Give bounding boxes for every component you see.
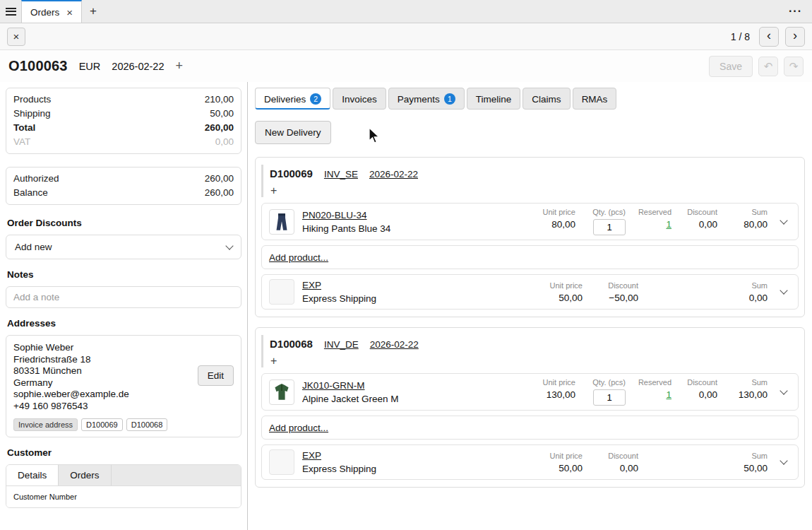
row-expand-icon[interactable] bbox=[777, 461, 791, 464]
product-thumbnail-jacket[interactable] bbox=[269, 379, 294, 405]
order-number: O100063 bbox=[8, 58, 68, 74]
reserved-value-link[interactable]: 1 bbox=[666, 219, 671, 230]
delivery-invoice-link[interactable]: INV_DE bbox=[324, 339, 359, 350]
tab-deliveries[interactable]: Deliveries 2 bbox=[255, 88, 330, 110]
pants-image bbox=[271, 211, 292, 232]
product-row: PN020-BLU-34 Hiking Pants Blue 34 Unit p… bbox=[261, 203, 799, 240]
note-input[interactable] bbox=[6, 286, 241, 308]
qty-label: Qty. (pcs) bbox=[592, 378, 626, 387]
new-delivery-button[interactable]: New Delivery bbox=[255, 121, 331, 144]
sum-label: Sum bbox=[751, 281, 768, 290]
discount-value: 0,00 bbox=[699, 389, 717, 400]
balance-value: 260,00 bbox=[205, 186, 234, 200]
add-product-link[interactable]: Add product... bbox=[269, 423, 328, 433]
product-row: JK010-GRN-M Alpine Jacket Green M Unit p… bbox=[261, 373, 799, 411]
new-tab-button[interactable]: + bbox=[82, 0, 105, 23]
discount-label: Discount bbox=[608, 452, 638, 460]
discount-label: Discount bbox=[687, 378, 717, 387]
save-button[interactable]: Save bbox=[709, 56, 753, 77]
shipping-name: Express Shipping bbox=[302, 293, 376, 304]
reserved-label: Reserved bbox=[638, 378, 671, 387]
order-currency[interactable]: EUR bbox=[79, 61, 101, 72]
order-discount-select-value: Add new bbox=[15, 242, 52, 252]
discount-value: 0,00 bbox=[699, 219, 717, 230]
add-product-link[interactable]: Add product... bbox=[269, 252, 328, 263]
shipping-name: Express Shipping bbox=[302, 464, 376, 474]
order-balance-box: Authorized 260,00 Balance 260,00 bbox=[6, 167, 241, 205]
tab-payments[interactable]: Payments 1 bbox=[388, 88, 465, 110]
tab-invoices[interactable]: Invoices bbox=[333, 88, 386, 110]
delivery-date-link[interactable]: 2026-02-22 bbox=[370, 339, 419, 350]
tab-customer-orders[interactable]: Orders bbox=[59, 465, 111, 485]
prev-record-button[interactable]: ‹ bbox=[759, 27, 779, 47]
row-expand-icon[interactable] bbox=[777, 391, 791, 394]
delivery-card-header: D100069 INV_SE 2026-02-22 + bbox=[261, 165, 799, 197]
tab-claims[interactable]: Claims bbox=[523, 88, 570, 110]
shipping-sku-link[interactable]: EXP bbox=[302, 450, 376, 461]
delivery-add-icon[interactable]: + bbox=[270, 184, 280, 197]
product-thumbnail-pants[interactable] bbox=[269, 209, 294, 235]
edit-address-button[interactable]: Edit bbox=[198, 365, 234, 386]
balance-value: 260,00 bbox=[205, 172, 234, 186]
shipping-thumbnail bbox=[269, 449, 294, 475]
delivery-date-link[interactable]: 2026-02-22 bbox=[369, 169, 418, 179]
product-name: Alpine Jacket Green M bbox=[302, 394, 399, 404]
balance-label: Balance bbox=[13, 186, 48, 200]
qty-input[interactable] bbox=[593, 389, 626, 406]
unit-price-value: 80,00 bbox=[551, 219, 575, 230]
tab-customer-details[interactable]: Details bbox=[6, 465, 59, 485]
delivery-tag[interactable]: D100068 bbox=[126, 418, 168, 431]
row-expand-icon[interactable] bbox=[777, 290, 791, 293]
tab-orders[interactable]: Orders × bbox=[21, 0, 82, 23]
discount-label: Discount bbox=[608, 281, 638, 290]
reserved-value-link[interactable]: 1 bbox=[666, 389, 671, 400]
discount-label: Discount bbox=[687, 208, 717, 216]
delivery-tag[interactable]: D100069 bbox=[81, 418, 123, 431]
sum-label: Sum bbox=[751, 378, 768, 387]
sum-value: 80,00 bbox=[744, 219, 768, 230]
unit-price-label: Unit price bbox=[550, 281, 583, 290]
tab-orders-label: Orders bbox=[30, 7, 59, 18]
address-card: Sophie Weber Friedrichstraße 18 80331 Mü… bbox=[6, 335, 241, 437]
chevron-down-icon bbox=[225, 242, 233, 249]
redo-icon[interactable]: ↷ bbox=[784, 57, 804, 76]
order-header: O100063 EUR 2026-02-22 + Save ↶ ↷ bbox=[0, 50, 812, 82]
qty-label: Qty. (pcs) bbox=[592, 208, 626, 216]
undo-icon[interactable]: ↶ bbox=[758, 57, 778, 76]
order-date[interactable]: 2026-02-22 bbox=[112, 61, 164, 72]
jacket-image bbox=[271, 382, 292, 403]
totals-label: Shipping bbox=[13, 107, 51, 121]
tab-rmas[interactable]: RMAs bbox=[573, 88, 617, 110]
add-product-row: Add product... bbox=[261, 416, 799, 440]
tab-timeline[interactable]: Timeline bbox=[467, 88, 521, 110]
unit-price-label: Unit price bbox=[550, 452, 583, 460]
close-record-button[interactable]: × bbox=[7, 28, 25, 46]
delivery-add-icon[interactable]: + bbox=[270, 355, 280, 367]
totals-row-products: Products 210,00 bbox=[13, 93, 234, 107]
order-discount-select[interactable]: Add new bbox=[6, 235, 241, 259]
tab-label: Invoices bbox=[342, 94, 377, 105]
row-expand-icon[interactable] bbox=[777, 220, 791, 223]
unit-price-value: 130,00 bbox=[547, 389, 575, 400]
overflow-menu-icon[interactable]: ··· bbox=[779, 0, 812, 23]
menu-icon[interactable] bbox=[0, 0, 21, 23]
invoice-address-tag: Invoice address bbox=[13, 418, 78, 431]
customer-title: Customer bbox=[7, 447, 240, 458]
header-add-icon[interactable]: + bbox=[176, 59, 184, 73]
unit-price-label: Unit price bbox=[543, 208, 575, 216]
payments-count-badge: 1 bbox=[444, 93, 455, 105]
product-sku-link[interactable]: PN020-BLU-34 bbox=[302, 210, 390, 220]
tab-label: Timeline bbox=[476, 94, 512, 105]
qty-input[interactable] bbox=[593, 219, 626, 235]
tab-close-icon[interactable]: × bbox=[66, 7, 73, 18]
reserved-label: Reserved bbox=[638, 208, 671, 216]
product-sku-link[interactable]: JK010-GRN-M bbox=[302, 380, 399, 391]
totals-label: VAT bbox=[13, 135, 30, 149]
header-actions: Save ↶ ↷ bbox=[709, 56, 804, 77]
detail-tabs: Deliveries 2 Invoices Payments 1 Timelin… bbox=[255, 88, 805, 110]
order-summary-panel: Products 210,00 Shipping 50,00 Total 260… bbox=[0, 82, 248, 530]
shipping-sku-link[interactable]: EXP bbox=[302, 280, 376, 290]
next-record-button[interactable]: › bbox=[785, 27, 805, 47]
delivery-invoice-link[interactable]: INV_SE bbox=[324, 169, 358, 179]
record-toolbar: × 1 / 8 ‹ › bbox=[0, 23, 812, 50]
